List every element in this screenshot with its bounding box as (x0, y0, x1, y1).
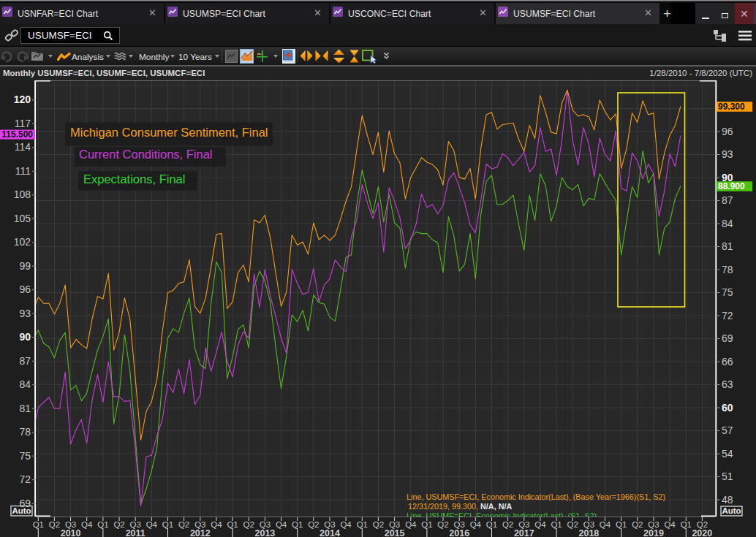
svg-text:Q2: Q2 (437, 520, 448, 529)
svg-text:72: 72 (722, 310, 733, 321)
svg-text:105: 105 (14, 213, 31, 224)
svg-text:69: 69 (722, 332, 733, 344)
svg-text:60: 60 (722, 402, 733, 414)
svg-text:Current Conditions, Final: Current Conditions, Final (79, 148, 213, 161)
svg-text:54: 54 (722, 448, 733, 460)
svg-text:88.900: 88.900 (718, 181, 745, 191)
svg-text:75: 75 (722, 286, 733, 298)
svg-text:Q2: Q2 (567, 520, 578, 529)
svg-text:Auto: Auto (722, 506, 741, 515)
svg-text:Q4: Q4 (340, 520, 352, 529)
svg-text:Q1: Q1 (551, 520, 562, 529)
svg-text:Line, USUMSF=ECI, Economic Ind: Line, USUMSF=ECI, Economic Indicator(Las… (407, 492, 665, 501)
svg-text:Q2: Q2 (373, 520, 384, 529)
svg-text:2012: 2012 (190, 528, 211, 537)
svg-text:93: 93 (19, 308, 31, 319)
svg-text:Auto: Auto (12, 506, 31, 515)
svg-text:120: 120 (14, 94, 31, 105)
svg-text:2010: 2010 (61, 528, 81, 537)
svg-text:Q2: Q2 (178, 520, 189, 529)
svg-text:12/31/2019, 99.300, N/A, N/A: 12/31/2019, 99.300, N/A, N/A (408, 502, 512, 511)
svg-text:Q1: Q1 (421, 520, 432, 529)
svg-text:Q4: Q4 (81, 520, 93, 529)
svg-text:Q4: Q4 (146, 520, 158, 529)
svg-text:117: 117 (15, 118, 31, 129)
svg-text:2018: 2018 (578, 528, 599, 537)
svg-text:2011: 2011 (126, 528, 145, 537)
svg-text:87: 87 (722, 194, 733, 206)
svg-text:51: 51 (722, 471, 733, 482)
svg-text:2020: 2020 (692, 528, 712, 537)
svg-text:2017: 2017 (514, 528, 534, 537)
svg-text:Q1: Q1 (97, 520, 108, 529)
svg-text:99.300: 99.300 (718, 102, 745, 112)
svg-text:Q1: Q1 (357, 520, 368, 529)
svg-text:Michigan Consumer Sentiment, F: Michigan Consumer Sentiment, Final (70, 126, 268, 139)
svg-text:Q4: Q4 (470, 520, 482, 529)
svg-text:66: 66 (722, 356, 733, 367)
svg-text:115.500: 115.500 (1, 129, 33, 140)
svg-text:111: 111 (15, 165, 31, 177)
svg-text:Q2: Q2 (243, 520, 254, 529)
svg-text:102: 102 (14, 236, 31, 248)
svg-text:114: 114 (15, 141, 31, 153)
svg-text:Expectations, Final: Expectations, Final (83, 172, 185, 186)
svg-text:81: 81 (722, 240, 733, 252)
svg-text:81: 81 (19, 403, 31, 414)
svg-text:Q4: Q4 (534, 520, 546, 529)
svg-text:84: 84 (19, 378, 31, 390)
svg-text:108: 108 (14, 188, 31, 200)
svg-text:78: 78 (19, 426, 31, 438)
svg-text:96: 96 (19, 283, 31, 295)
svg-text:99: 99 (19, 260, 31, 272)
svg-text:Q2: Q2 (632, 520, 643, 529)
svg-text:90: 90 (19, 331, 31, 343)
svg-text:Q4: Q4 (600, 520, 611, 529)
svg-text:48: 48 (722, 494, 733, 506)
svg-text:Q1: Q1 (227, 520, 238, 529)
svg-text:Q1: Q1 (162, 520, 173, 529)
svg-text:2014: 2014 (320, 528, 340, 537)
svg-text:87: 87 (19, 355, 31, 367)
svg-text:2015: 2015 (385, 528, 405, 537)
svg-text:Q4: Q4 (664, 520, 676, 529)
svg-text:57: 57 (722, 424, 733, 436)
svg-text:Q2: Q2 (502, 520, 513, 529)
svg-text:Q4: Q4 (276, 520, 287, 529)
svg-text:Q4: Q4 (405, 520, 417, 529)
svg-text:96: 96 (722, 126, 733, 137)
svg-text:84: 84 (722, 218, 733, 229)
svg-text:Q1: Q1 (681, 520, 692, 529)
svg-text:2019: 2019 (643, 528, 664, 537)
svg-text:78: 78 (722, 264, 733, 275)
svg-text:Q1: Q1 (616, 520, 627, 529)
svg-text:75: 75 (19, 450, 31, 462)
svg-text:Q2: Q2 (49, 520, 60, 529)
svg-text:Q1: Q1 (292, 520, 303, 529)
svg-text:63: 63 (722, 378, 733, 390)
svg-text:72: 72 (19, 473, 31, 485)
svg-text:Q2: Q2 (308, 520, 319, 529)
svg-text:2016: 2016 (449, 528, 469, 537)
svg-text:93: 93 (722, 148, 733, 160)
svg-text:Q1: Q1 (33, 520, 44, 529)
svg-text:2013: 2013 (254, 528, 275, 537)
svg-text:Q4: Q4 (211, 520, 222, 529)
svg-text:Q1: Q1 (486, 520, 497, 529)
svg-text:Q2: Q2 (113, 520, 124, 529)
